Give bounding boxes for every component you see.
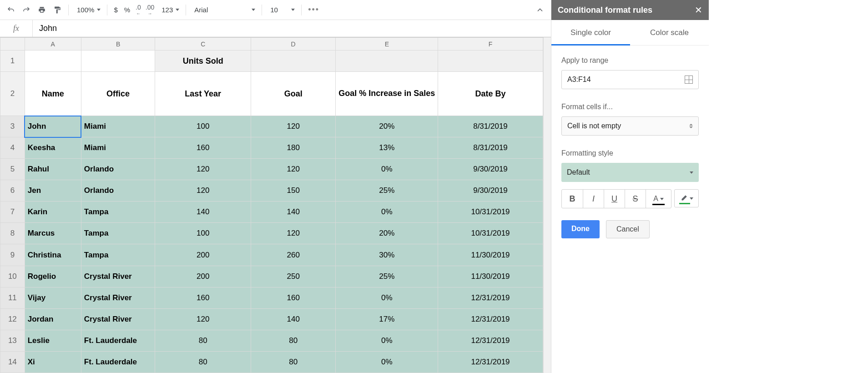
cell[interactable]: 200 [155,244,251,266]
cell[interactable]: Office [81,72,155,116]
cell[interactable]: 80 [155,351,251,373]
select-all-corner[interactable] [0,38,25,50]
font-family-dropdown[interactable]: Arial [190,3,258,17]
row-header[interactable]: 13 [0,330,25,351]
col-header-A[interactable]: A [25,38,81,50]
redo-icon[interactable] [19,3,34,17]
cell[interactable]: 9/30/2019 [438,159,543,180]
currency-format-button[interactable]: $ [111,3,120,17]
cell[interactable]: Goal % Increase in Sales [336,72,438,116]
col-header-C[interactable]: C [155,38,251,50]
row-header[interactable]: 12 [0,308,25,330]
cell[interactable]: 80 [251,351,336,373]
cell[interactable]: Crystal River [81,287,155,308]
cell[interactable]: 10/31/2019 [438,202,543,223]
cell[interactable]: 11/30/2019 [438,244,543,266]
cell[interactable]: 120 [251,159,336,180]
cell[interactable]: Ft. Lauderdale [81,351,155,373]
grid-icon[interactable] [685,76,693,84]
bold-button[interactable]: B [562,190,583,208]
col-header-D[interactable]: D [251,38,336,50]
zoom-dropdown[interactable]: 100% [72,3,103,17]
col-header-F[interactable]: F [438,38,543,50]
cell[interactable]: 80 [155,330,251,351]
condition-select[interactable]: Cell is not empty [561,116,699,136]
cell[interactable]: 0% [336,159,438,180]
cell[interactable]: Units Sold [155,50,251,72]
default-style-select[interactable]: Default [561,163,699,182]
cell[interactable]: 120 [251,223,336,244]
more-toolbar-button[interactable]: ••• [305,3,322,17]
cell[interactable]: 25% [336,266,438,287]
cell[interactable]: Ft. Lauderdale [81,330,155,351]
cell[interactable]: 9/30/2019 [438,180,543,202]
cell[interactable]: 200 [155,266,251,287]
cell[interactable]: 150 [251,180,336,202]
cell[interactable]: Tampa [81,202,155,223]
collapse-toolbar-icon[interactable] [533,3,547,17]
cell[interactable]: 20% [336,223,438,244]
fill-color-button[interactable] [674,189,699,207]
cell[interactable]: Jordan [25,308,81,330]
cell[interactable]: Tampa [81,244,155,266]
cancel-button[interactable]: Cancel [606,220,650,238]
cell[interactable]: 0% [336,202,438,223]
row-header[interactable]: 7 [0,202,25,223]
cell[interactable]: 8/31/2019 [438,116,543,137]
cell[interactable]: 120 [155,308,251,330]
cell[interactable]: Last Year [155,72,251,116]
cell[interactable]: 160 [251,287,336,308]
italic-button[interactable]: I [583,190,604,208]
cell[interactable]: Rogelio [25,266,81,287]
row-header[interactable]: 10 [0,266,25,287]
cell[interactable]: Rahul [25,159,81,180]
cell[interactable]: Leslie [25,330,81,351]
cell[interactable]: Orlando [81,180,155,202]
print-icon[interactable] [35,3,49,17]
row-header[interactable]: 5 [0,159,25,180]
cell[interactable]: Miami [81,137,155,159]
row-header[interactable]: 9 [0,244,25,266]
percent-format-button[interactable]: % [121,3,133,17]
tab-single-color[interactable]: Single color [551,20,630,45]
cell[interactable]: 10/31/2019 [438,223,543,244]
cell[interactable]: 25% [336,180,438,202]
cell[interactable]: 120 [155,159,251,180]
cell[interactable]: Crystal River [81,308,155,330]
underline-button[interactable]: U [604,190,625,208]
cell[interactable]: 0% [336,351,438,373]
cell[interactable]: Keesha [25,137,81,159]
cell[interactable]: 11/30/2019 [438,266,543,287]
cell[interactable]: Goal [251,72,336,116]
cell[interactable]: 100 [155,116,251,137]
cell[interactable]: 250 [251,266,336,287]
close-icon[interactable]: ✕ [695,5,702,15]
col-header-B[interactable]: B [81,38,155,50]
cell[interactable]: 140 [155,202,251,223]
range-input[interactable]: A3:F14 [561,70,699,89]
strikethrough-button[interactable]: S [625,190,646,208]
text-color-button[interactable]: A [646,190,671,208]
cell[interactable]: 0% [336,287,438,308]
cell[interactable]: 8/31/2019 [438,137,543,159]
cell[interactable]: 12/31/2019 [438,330,543,351]
cell[interactable]: 17% [336,308,438,330]
cell[interactable]: 120 [155,180,251,202]
row-header[interactable]: 1 [0,50,25,72]
cell[interactable]: Karin [25,202,81,223]
cell[interactable]: Christina [25,244,81,266]
row-header[interactable]: 6 [0,180,25,202]
cell[interactable]: 12/31/2019 [438,308,543,330]
spreadsheet-grid[interactable]: A B C D E F 1 Units Sold 2 Name [0,37,543,373]
cell[interactable]: 0% [336,330,438,351]
cell[interactable]: 20% [336,116,438,137]
cell[interactable]: Xi [25,351,81,373]
number-format-dropdown[interactable]: 123 [157,3,182,17]
row-header[interactable]: 2 [0,72,25,116]
cell[interactable]: Tampa [81,223,155,244]
cell[interactable]: 160 [155,287,251,308]
cell[interactable]: 160 [155,137,251,159]
cell[interactable]: 30% [336,244,438,266]
cell[interactable]: Vijay [25,287,81,308]
tab-color-scale[interactable]: Color scale [630,20,709,45]
